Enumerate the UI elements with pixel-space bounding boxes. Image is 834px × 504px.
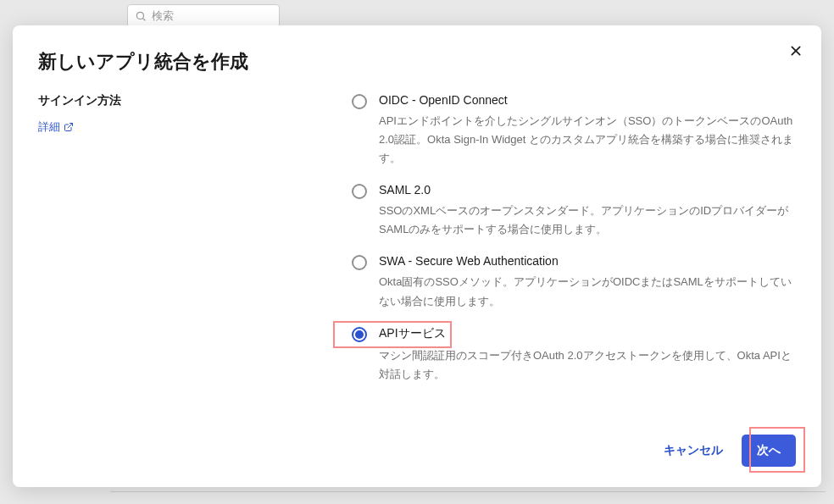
option-oidc[interactable]: OIDC - OpenID Connect APIエンドポイントを介したシングル… — [352, 93, 796, 168]
option-saml[interactable]: SAML 2.0 SSOのXMLベースのオープンスタンダード。アプリケーションの… — [352, 183, 796, 239]
option-content: SAML 2.0 SSOのXMLベースのオープンスタンダード。アプリケーションの… — [379, 183, 796, 239]
option-title: SAML 2.0 — [379, 183, 796, 197]
radio-saml[interactable] — [352, 184, 367, 199]
close-button[interactable] — [786, 41, 806, 61]
option-desc: Okta固有のSSOメソッド。アプリケーションがOIDCまたはSAMLをサポート… — [379, 273, 796, 310]
option-title: OIDC - OpenID Connect — [379, 93, 796, 107]
bg-divider — [110, 491, 826, 492]
option-content: APIサービス マシン間認証用のスコープ付きOAuth 2.0アクセストークンを… — [379, 326, 796, 384]
option-desc: SSOのXMLベースのオープンスタンダード。アプリケーションのIDプロバイダーが… — [379, 202, 796, 239]
option-content: OIDC - OpenID Connect APIエンドポイントを介したシングル… — [379, 93, 796, 168]
modal-body: サインイン方法 詳細 OIDC - OpenID Connect APIエンドポ… — [13, 93, 821, 419]
bg-search-placeholder: 検索 — [152, 8, 174, 24]
next-button[interactable]: 次へ — [742, 435, 796, 467]
details-link-text: 詳細 — [38, 119, 60, 135]
radio-swa[interactable] — [352, 255, 367, 270]
modal-footer: キャンセル 次へ — [13, 419, 821, 487]
option-title: SWA - Secure Web Authentication — [379, 254, 796, 268]
details-link[interactable]: 詳細 — [38, 119, 74, 135]
svg-point-0 — [136, 12, 143, 19]
radio-api-services[interactable] — [352, 327, 367, 342]
external-link-icon — [64, 122, 74, 132]
create-app-integration-modal: 新しいアプリ統合を作成 サインイン方法 詳細 OIDC - OpenID Con… — [13, 25, 821, 487]
sign-in-method-label: サインイン方法 — [38, 93, 318, 108]
option-api-services[interactable]: APIサービス マシン間認証用のスコープ付きOAuth 2.0アクセストークンを… — [352, 326, 796, 384]
options-list: OIDC - OpenID Connect APIエンドポイントを介したシングル… — [352, 93, 796, 419]
bg-search-box: 検索 — [127, 4, 280, 28]
cancel-button[interactable]: キャンセル — [660, 436, 726, 465]
modal-title: 新しいアプリ統合を作成 — [13, 25, 821, 93]
svg-line-1 — [143, 19, 146, 21]
option-desc: APIエンドポイントを介したシングルサインオン（SSO）のトークンベースのOAu… — [379, 112, 796, 168]
radio-oidc[interactable] — [352, 94, 367, 109]
option-swa[interactable]: SWA - Secure Web Authentication Okta固有のS… — [352, 254, 796, 310]
svg-line-4 — [68, 124, 73, 129]
search-icon — [135, 10, 147, 22]
left-column: サインイン方法 詳細 — [38, 93, 318, 419]
option-content: SWA - Secure Web Authentication Okta固有のS… — [379, 254, 796, 310]
option-title: APIサービス — [379, 326, 796, 341]
option-desc: マシン間認証用のスコープ付きOAuth 2.0アクセストークンを使用して、Okt… — [379, 346, 796, 384]
close-icon — [789, 44, 803, 58]
